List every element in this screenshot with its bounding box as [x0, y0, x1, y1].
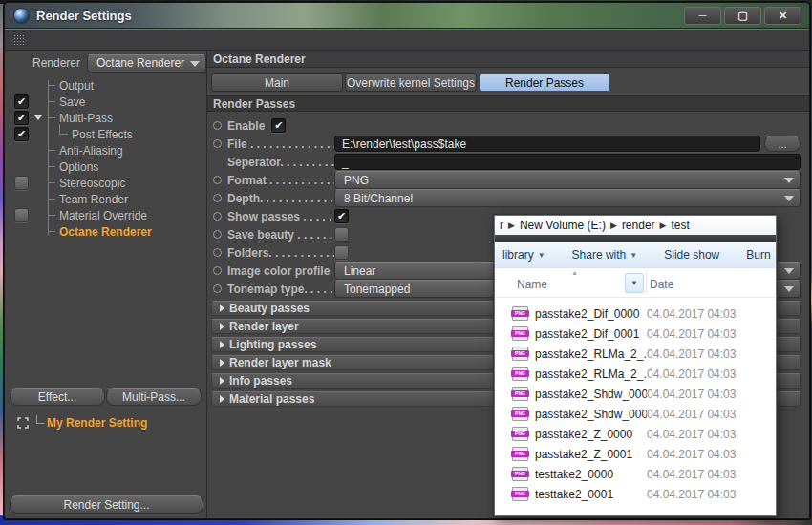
- section-title: Render Passes: [213, 97, 295, 111]
- file-row[interactable]: PNGpasstake2_Dif_000104.04.2017 04:03: [495, 324, 776, 344]
- expander-down-icon[interactable]: [34, 116, 42, 120]
- file-row[interactable]: PNGpasstake2_Shdw_000004.04.2017 04:03: [495, 384, 776, 404]
- chevron-down-icon: ▼: [538, 251, 545, 260]
- breadcrumb-segment[interactable]: render: [619, 219, 658, 232]
- breadcrumb[interactable]: r▶New Volume (E:)▶render▶test: [495, 216, 776, 235]
- checkbox-unchecked-stereoscopic[interactable]: [14, 176, 29, 190]
- minimize-button[interactable]: ─: [684, 7, 721, 25]
- png-file-icon: PNG: [512, 407, 528, 421]
- breadcrumb-segment[interactable]: r: [497, 219, 506, 232]
- tree-connector: [48, 199, 55, 200]
- format-dropdown[interactable]: PNG: [334, 171, 801, 189]
- multi-pass-button[interactable]: Multi-Pass...: [106, 388, 202, 406]
- anim-dot-icon: [213, 121, 222, 130]
- sidebar-item-team-render[interactable]: Team Render: [5, 191, 206, 207]
- file-row[interactable]: PNGpasstake2_Z_000104.04.2017 04:03: [495, 444, 776, 464]
- file-input[interactable]: E:\render\test\pass$take: [334, 136, 760, 152]
- maximize-button[interactable]: ▢: [724, 7, 761, 25]
- file-date: 04.04.2017 04:03: [647, 428, 736, 441]
- enable-checkbox[interactable]: ✔: [271, 118, 286, 133]
- anim-dot-icon: [213, 284, 222, 293]
- file-row[interactable]: PNGtesttake2_000104.04.2017 04:03: [495, 484, 776, 504]
- settings-tree: Output✔Save✔Multi-Pass✔Post EffectsAnti-…: [5, 77, 206, 240]
- sidebar-item-save[interactable]: ✔Save: [5, 94, 206, 110]
- checkbox-checked-post-effects[interactable]: ✔: [14, 127, 29, 141]
- seperator-input[interactable]: _: [334, 154, 801, 170]
- toolbar-share-with[interactable]: Share with▼: [572, 248, 638, 262]
- breadcrumb-segment[interactable]: test: [668, 219, 692, 232]
- toolbar-library[interactable]: library▼: [502, 248, 545, 262]
- field-control-format: PNG: [334, 171, 801, 189]
- field-row-format: Format . . . . . . . . . . . .PNG: [207, 171, 809, 189]
- sidebar-item-post-effects[interactable]: ✔Post Effects: [5, 126, 206, 142]
- render-setting-item[interactable]: My Render Setting: [5, 414, 206, 430]
- tree-connector: [48, 85, 55, 86]
- column-header-date[interactable]: Date: [650, 278, 673, 291]
- field-row-enable: Enable✔: [207, 116, 809, 135]
- toolbar-label: library: [502, 248, 534, 262]
- render-setting-button[interactable]: Render Setting...: [10, 495, 203, 514]
- file-row[interactable]: PNGpasstake2_Z_000004.04.2017 04:03: [495, 424, 776, 444]
- file-row[interactable]: PNGpasstake2_Dif_000004.04.2017 04:03: [495, 304, 776, 324]
- tab-main[interactable]: Main: [211, 74, 343, 92]
- tab-overwrite-kernel-settings[interactable]: Overwrite kernel Settings: [345, 74, 477, 92]
- file-row[interactable]: PNGtesttake2_000004.04.2017 04:03: [495, 464, 776, 484]
- settings-sidebar: Renderer Octane Renderer Output✔Save✔Mul…: [5, 51, 207, 518]
- section-label: Lighting passes: [229, 338, 316, 351]
- sidebar-item-stereoscopic[interactable]: Stereoscopic: [5, 175, 206, 191]
- toolbar-burn[interactable]: Burn: [746, 248, 770, 262]
- field-label-show-passes: Show passes . . . . . .: [227, 210, 334, 223]
- tree-item-label: Team Render: [59, 193, 128, 206]
- close-button[interactable]: ✕: [764, 7, 801, 25]
- png-file-icon: PNG: [512, 447, 528, 461]
- file-browse-button[interactable]: ...: [764, 136, 801, 152]
- breadcrumb-arrow-icon: ▶: [658, 220, 669, 230]
- file-name: passtake2_Z_0000: [535, 428, 647, 441]
- png-icon-label: PNG: [511, 310, 529, 317]
- sidebar-item-anti-aliasing[interactable]: Anti-Aliasing: [5, 142, 206, 158]
- toolbar-slide-show[interactable]: Slide show: [664, 248, 719, 262]
- tab-render-passes[interactable]: Render Passes: [479, 74, 610, 92]
- sidebar-item-options[interactable]: Options: [5, 158, 206, 175]
- breadcrumb-segment[interactable]: New Volume (E:): [517, 219, 609, 232]
- sidebar-item-multi-pass[interactable]: ✔Multi-Pass: [5, 110, 206, 126]
- depth-dropdown[interactable]: 8 Bit/Channel: [334, 189, 801, 207]
- png-file-icon: PNG: [512, 467, 528, 481]
- tree-elbow: [59, 124, 60, 134]
- tree-item-label: Stereoscopic: [59, 177, 125, 190]
- column-header-name[interactable]: Name: [517, 278, 547, 291]
- anim-dot-icon: [213, 139, 222, 148]
- panel-header: Octane Renderer: [207, 51, 809, 68]
- checkbox-checked-save[interactable]: ✔: [14, 94, 29, 109]
- chevron-down-icon: [784, 196, 794, 201]
- drag-grip-icon[interactable]: [13, 34, 26, 46]
- chevron-down-icon: [784, 286, 794, 292]
- renderer-dropdown[interactable]: Octane Renderer: [87, 54, 206, 73]
- file-row[interactable]: PNGpasstake2_RLMa_2_...04.04.2017 04:03: [495, 344, 776, 364]
- checkbox-unchecked-material-override[interactable]: [14, 208, 29, 222]
- file-row[interactable]: PNGpasstake2_Shdw_000104.04.2017 04:03: [495, 404, 776, 424]
- save-beauty-checkbox[interactable]: [334, 227, 349, 242]
- field-label-enable: Enable: [227, 119, 265, 133]
- column-divider[interactable]: [646, 271, 647, 294]
- show-passes-checkbox[interactable]: ✔: [334, 209, 349, 223]
- field-label-depth: Depth. . . . . . . . . . . . . .: [227, 192, 334, 205]
- tree-connector: [48, 231, 55, 232]
- tab-bar: MainOverwrite kernel SettingsRender Pass…: [211, 74, 809, 92]
- folders-checkbox[interactable]: [334, 245, 349, 260]
- checkbox-checked-multi-pass[interactable]: ✔: [14, 111, 29, 125]
- file-row[interactable]: PNGpasstake2_RLMa_2_...04.04.2017 04:03: [495, 364, 776, 384]
- effect-button[interactable]: Effect...: [10, 388, 105, 406]
- title-bar[interactable]: Render Settings ─ ▢ ✕: [5, 3, 809, 29]
- tree-item-label: Post Effects: [72, 128, 133, 141]
- breadcrumb-arrow-icon: ▶: [506, 220, 517, 230]
- png-file-icon: PNG: [512, 367, 528, 381]
- explorer-window: r▶New Volume (E:)▶render▶test library▼Sh…: [494, 215, 777, 516]
- file-name: passtake2_Dif_0001: [535, 327, 647, 341]
- name-filter-dropdown[interactable]: ▼: [625, 273, 644, 293]
- sidebar-item-output[interactable]: Output: [5, 77, 206, 94]
- sidebar-item-material-override[interactable]: Material Override: [5, 207, 206, 223]
- sidebar-item-octane-renderer[interactable]: Octane Renderer: [5, 223, 206, 240]
- file-date: 04.04.2017 04:03: [647, 388, 736, 401]
- file-date: 04.04.2017 04:03: [647, 307, 736, 321]
